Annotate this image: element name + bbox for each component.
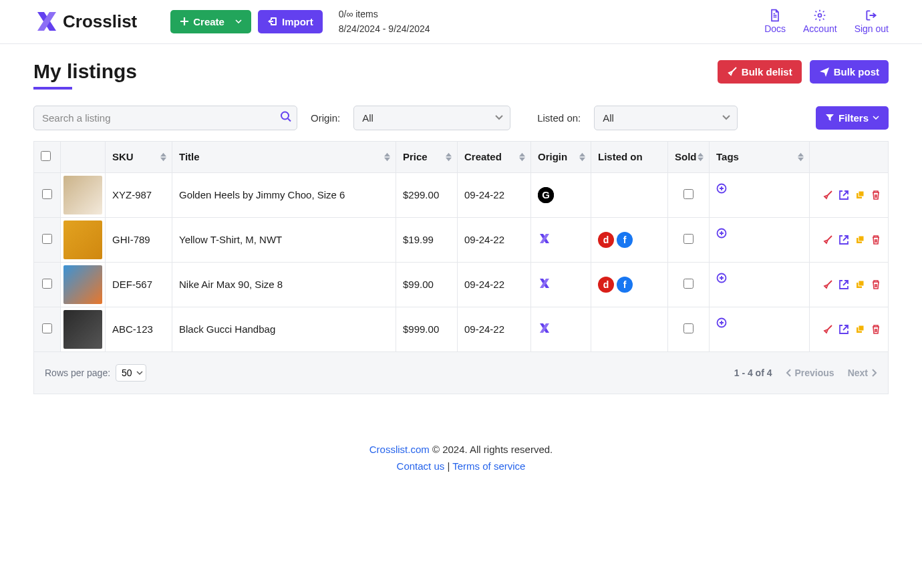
copy-button[interactable] <box>855 324 865 335</box>
cell-created: 09-24-22 <box>458 217 531 262</box>
col-origin[interactable]: Origin <box>531 141 591 172</box>
copy-button[interactable] <box>855 235 865 245</box>
cell-tags <box>710 262 810 307</box>
cell-tags <box>710 172 810 217</box>
delete-button[interactable] <box>871 279 881 290</box>
svg-point-1 <box>281 112 289 120</box>
crosslist-icon <box>538 232 551 247</box>
import-button[interactable]: Import <box>258 10 323 33</box>
add-tag-button[interactable] <box>716 184 727 196</box>
sold-checkbox[interactable] <box>683 189 694 199</box>
contact-link[interactable]: Contact us <box>397 460 445 472</box>
previous-button[interactable]: Previous <box>786 368 834 378</box>
cell-sold <box>668 217 710 262</box>
sold-checkbox[interactable] <box>683 234 694 244</box>
col-title[interactable]: Title <box>172 141 396 172</box>
rows-per-page-label: Rows per page: <box>45 368 110 378</box>
edit-button[interactable] <box>822 324 833 335</box>
bulk-delist-button[interactable]: Bulk delist <box>718 60 802 84</box>
origin-filter-label: Origin: <box>311 112 340 124</box>
open-button[interactable] <box>838 324 849 335</box>
open-button[interactable] <box>838 190 849 200</box>
edit-button[interactable] <box>822 279 833 290</box>
filter-icon <box>825 113 834 122</box>
add-tag-button[interactable] <box>716 229 727 241</box>
signout-icon <box>865 9 878 22</box>
col-sold[interactable]: Sold <box>668 141 710 172</box>
col-price[interactable]: Price <box>396 141 458 172</box>
signout-link[interactable]: Sign out <box>855 9 889 34</box>
copy-button[interactable] <box>855 279 865 290</box>
row-checkbox[interactable] <box>42 323 52 333</box>
listings-table: SKU Title Price Created Origin Listed on… <box>33 141 889 352</box>
edit-button[interactable] <box>822 235 833 245</box>
copy-button[interactable] <box>855 190 865 200</box>
brand-logo[interactable]: Crosslist <box>33 8 137 35</box>
col-created[interactable]: Created <box>458 141 531 172</box>
sold-checkbox[interactable] <box>683 323 694 333</box>
page-head-actions: Bulk delist Bulk post <box>718 60 889 84</box>
origin-select[interactable]: All <box>353 106 510 130</box>
edit-button[interactable] <box>822 190 833 200</box>
depop-icon: d <box>598 232 614 248</box>
table-row: GHI-789Yellow T-Shirt, M, NWT$19.9909-24… <box>34 217 889 262</box>
sort-icon <box>519 152 525 162</box>
listing-thumbnail[interactable] <box>63 265 102 304</box>
page-head: My listings Bulk delist Bulk post <box>33 60 889 90</box>
brand-name: Crosslist <box>63 11 137 32</box>
cell-actions <box>810 217 889 262</box>
cell-price: $19.99 <box>396 217 458 262</box>
col-sku[interactable]: SKU <box>106 141 172 172</box>
search-button[interactable] <box>280 111 292 125</box>
facebook-icon: f <box>617 232 633 248</box>
origin-select-wrap: All <box>353 106 510 130</box>
svg-rect-9 <box>859 236 864 241</box>
open-button[interactable] <box>838 235 849 245</box>
search-input[interactable] <box>33 106 297 130</box>
next-button[interactable]: Next <box>848 368 877 378</box>
open-button[interactable] <box>838 279 849 290</box>
facebook-icon: f <box>617 277 633 293</box>
footer-site-link[interactable]: Crosslist.com <box>369 444 430 455</box>
bulk-post-button[interactable]: Bulk post <box>810 60 889 84</box>
add-tag-button[interactable] <box>716 274 727 285</box>
terms-link[interactable]: Terms of service <box>452 460 525 472</box>
cell-actions <box>810 307 889 351</box>
create-button[interactable]: Create <box>170 10 251 33</box>
row-checkbox[interactable] <box>42 234 52 244</box>
cell-actions <box>810 262 889 307</box>
cell-origin <box>531 217 591 262</box>
rows-per-page-select[interactable]: 50 <box>116 364 146 382</box>
crosslist-icon <box>538 277 551 292</box>
caret-down-icon <box>235 19 242 23</box>
account-link[interactable]: Account <box>803 9 837 34</box>
cell-origin: G <box>531 172 591 217</box>
delete-button[interactable] <box>871 235 881 245</box>
col-image <box>61 141 106 172</box>
row-checkbox[interactable] <box>42 189 52 199</box>
filters-button[interactable]: Filters <box>816 106 889 130</box>
sold-checkbox[interactable] <box>683 279 694 289</box>
topbar-actions: Create Import <box>170 10 322 33</box>
delete-button[interactable] <box>871 324 881 335</box>
svg-text:G: G <box>542 189 550 200</box>
svg-point-0 <box>818 14 822 17</box>
crosslist-logo-icon <box>33 8 60 35</box>
filters-row: Origin: All Listed on: All Filters <box>33 106 889 130</box>
cell-price: $999.00 <box>396 307 458 351</box>
listing-thumbnail[interactable] <box>63 176 102 214</box>
col-actions <box>810 141 889 172</box>
select-all-checkbox[interactable] <box>41 151 51 161</box>
docs-link[interactable]: Docs <box>764 9 786 34</box>
docs-label: Docs <box>764 23 786 34</box>
signout-label: Sign out <box>855 23 889 34</box>
listing-thumbnail[interactable] <box>63 220 102 259</box>
chevron-left-icon <box>786 369 791 377</box>
listing-thumbnail[interactable] <box>63 310 102 349</box>
add-tag-button[interactable] <box>716 319 727 330</box>
col-tags[interactable]: Tags <box>710 141 810 172</box>
listed-select[interactable]: All <box>594 106 738 130</box>
table-row: XYZ-987Golden Heels by Jimmy Choo, Size … <box>34 172 889 217</box>
delete-button[interactable] <box>871 190 881 200</box>
row-checkbox[interactable] <box>42 279 52 289</box>
